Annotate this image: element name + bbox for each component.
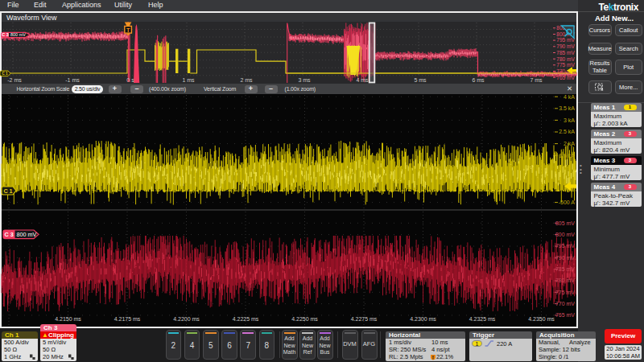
svg-text:800 mV: 800 mV: [555, 232, 575, 237]
svg-text:795 mV: 795 mV: [555, 243, 575, 249]
svg-text:4.2325 ms: 4.2325 ms: [469, 316, 496, 322]
svg-text:4.2175 ms: 4.2175 ms: [114, 316, 141, 322]
svg-text:775 mV: 775 mV: [555, 290, 575, 295]
svg-text:4.2200 ms: 4.2200 ms: [173, 316, 200, 322]
svg-text:4.2225 ms: 4.2225 ms: [233, 316, 259, 322]
svg-text:805 mV: 805 mV: [555, 220, 575, 226]
svg-text:C 3: C 3: [5, 231, 14, 238]
svg-text:3 kA: 3 kA: [564, 117, 575, 123]
svg-text:4 kA: 4 kA: [564, 94, 575, 100]
svg-text:790 mV: 790 mV: [555, 255, 575, 261]
svg-text:4.2300 ms: 4.2300 ms: [410, 316, 436, 322]
svg-text:780 mV: 780 mV: [555, 278, 575, 283]
svg-text:4.2250 ms: 4.2250 ms: [291, 316, 318, 322]
svg-text:785 mV: 785 mV: [555, 266, 575, 272]
svg-text:-500 A: -500 A: [559, 200, 576, 205]
svg-text:C 1: C 1: [3, 187, 12, 195]
svg-text:1.5 kA: 1.5 kA: [559, 153, 575, 158]
svg-text:765 mV: 765 mV: [555, 312, 575, 318]
svg-text:2 kA: 2 kA: [564, 141, 575, 146]
svg-text:770 mV: 770 mV: [555, 301, 575, 306]
svg-text:3.5 kA: 3.5 kA: [559, 105, 575, 111]
svg-text:2.5 kA: 2.5 kA: [559, 129, 575, 134]
svg-text:4.2275 ms: 4.2275 ms: [351, 316, 378, 322]
svg-text:4.2150 ms: 4.2150 ms: [55, 316, 81, 322]
svg-text:800 mV: 800 mV: [17, 231, 37, 238]
svg-text:4.2350 ms: 4.2350 ms: [528, 316, 555, 322]
